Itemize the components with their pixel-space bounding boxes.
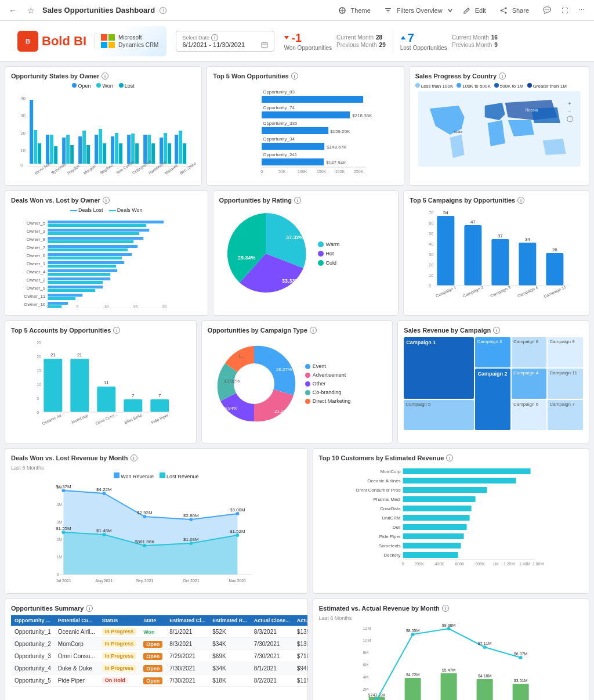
table-row: Opportunity_3 Omni Consu... In Progress … bbox=[11, 650, 308, 662]
deals-revenue-title: Deals Won vs. Lost Revenue by Month i bbox=[11, 454, 302, 461]
deals-won-lost-chart: Owner_5 Owner_3 Owner_8 Owner_7 Owner_6 … bbox=[11, 215, 202, 308]
deals-revenue-info[interactable]: i bbox=[131, 454, 137, 461]
svg-text:54: 54 bbox=[443, 210, 448, 215]
svg-text:47: 47 bbox=[470, 219, 476, 225]
customer-name: Oceanic Airli... bbox=[55, 626, 99, 638]
svg-rect-112 bbox=[48, 294, 82, 297]
svg-text:100K: 100K bbox=[298, 169, 307, 174]
top5-campaigns-info[interactable]: i bbox=[517, 197, 524, 204]
svg-rect-146 bbox=[492, 239, 509, 286]
est-vs-actual-info[interactable]: i bbox=[442, 605, 449, 612]
svg-rect-13 bbox=[101, 42, 107, 48]
top5-accounts-info[interactable]: i bbox=[113, 327, 120, 334]
svg-text:10: 10 bbox=[104, 305, 108, 308]
col-customer: Potential Cu... bbox=[55, 615, 99, 626]
state-badge: Open bbox=[143, 653, 162, 660]
status-badge: On Hold bbox=[102, 677, 128, 684]
svg-rect-37 bbox=[99, 129, 102, 164]
svg-text:37.32%: 37.32% bbox=[286, 234, 304, 240]
svg-text:20: 20 bbox=[162, 305, 166, 308]
svg-text:0: 0 bbox=[56, 572, 59, 576]
logo-section: B Bold BI MicrosoftDynamics CRM bbox=[9, 26, 166, 56]
back-button[interactable]: ← bbox=[6, 5, 20, 16]
deals-info[interactable]: i bbox=[103, 197, 110, 204]
svg-point-4 bbox=[505, 7, 506, 9]
edit-btn[interactable]: Edit bbox=[459, 3, 493, 17]
svg-rect-259 bbox=[440, 673, 457, 700]
svg-text:Owner_7: Owner_7 bbox=[27, 245, 46, 250]
svg-point-269 bbox=[519, 656, 522, 659]
won-value: -1 bbox=[284, 31, 332, 45]
svg-text:20: 20 bbox=[37, 355, 41, 359]
comment-btn[interactable]: 💬 bbox=[539, 5, 555, 16]
svg-text:−: − bbox=[567, 108, 571, 114]
col-est-close: Estimated Cl... bbox=[166, 615, 209, 626]
top10-customers-info[interactable]: i bbox=[446, 454, 453, 461]
est-vs-actual-panel: Estimated vs. Actual Revenue by Month i … bbox=[313, 598, 589, 700]
svg-rect-110 bbox=[48, 277, 110, 280]
top5-won-title: Top 5 Won Opportunities i bbox=[213, 73, 397, 80]
opp-rating-info[interactable]: i bbox=[294, 197, 301, 204]
opp-summary-info[interactable]: i bbox=[86, 605, 93, 612]
campaign7-cell: Campaign 7 bbox=[548, 400, 583, 430]
header-area: B Bold BI MicrosoftDynamics CRM Select D… bbox=[0, 21, 594, 62]
svg-text:$9.38M: $9.38M bbox=[442, 623, 456, 627]
svg-text:Campaign 3: Campaign 3 bbox=[490, 285, 512, 298]
sales-revenue-campaign-panel: Sales Revenue by Campaign i Campaign 1 C… bbox=[397, 320, 589, 443]
theme-icon bbox=[339, 7, 346, 14]
svg-text:$1.52M: $1.52M bbox=[230, 529, 245, 534]
svg-line-8 bbox=[502, 10, 505, 12]
status-badge: In Progress bbox=[102, 640, 137, 647]
opp-states-chart: 40 30 20 10 0 bbox=[11, 91, 195, 178]
theme-btn[interactable]: Theme bbox=[335, 3, 378, 17]
state-badge: Won bbox=[143, 629, 154, 635]
share-btn[interactable]: Share bbox=[497, 3, 536, 17]
state-cell: Open bbox=[140, 662, 166, 674]
svg-rect-49 bbox=[164, 133, 167, 164]
lost-value: 7 bbox=[400, 31, 447, 45]
svg-rect-228 bbox=[403, 468, 530, 474]
opp-campaign-type-panel: Opportunities by Campaign Type i bbox=[201, 320, 393, 443]
top5-won-info[interactable]: i bbox=[291, 73, 298, 80]
svg-rect-150 bbox=[546, 253, 564, 286]
opp-campaign-type-info[interactable]: i bbox=[310, 327, 317, 334]
campaign3-cell: Campaign 3 bbox=[475, 337, 510, 367]
opp-name: Opportunity_4 bbox=[11, 662, 55, 674]
svg-rect-1 bbox=[385, 8, 391, 9]
won-prev-month: Previous Month 29 bbox=[336, 42, 386, 48]
sales-progress-info[interactable]: i bbox=[499, 73, 506, 80]
calendar-icon[interactable] bbox=[261, 41, 268, 48]
svg-rect-107 bbox=[48, 253, 132, 256]
svg-rect-32 bbox=[70, 145, 74, 164]
svg-text:11: 11 bbox=[104, 380, 109, 385]
svg-text:1...: 1... bbox=[238, 353, 245, 359]
svg-rect-71 bbox=[262, 127, 328, 134]
deals-won-lost-panel: Deals Won vs. Lost by Owner i Deals Lost… bbox=[5, 190, 208, 316]
share-icon bbox=[500, 7, 507, 14]
col-actual-close: Actual Close... bbox=[251, 615, 294, 626]
svg-text:25: 25 bbox=[37, 341, 41, 345]
title-info-icon[interactable]: i bbox=[160, 7, 166, 14]
svg-text:Deckery: Deckery bbox=[383, 553, 400, 558]
opp-states-info[interactable]: i bbox=[102, 73, 108, 80]
est-rev: $69K bbox=[209, 650, 251, 662]
date-info-icon[interactable]: i bbox=[211, 34, 218, 41]
microsoft-logo-icon bbox=[101, 34, 115, 48]
sales-revenue-info[interactable]: i bbox=[493, 327, 500, 334]
svg-text:$148.67K: $148.67K bbox=[327, 145, 347, 150]
svg-text:26.27%: 26.27% bbox=[276, 367, 292, 372]
filters-btn[interactable]: Filters Overview bbox=[381, 3, 456, 17]
expand-btn[interactable]: ⛶ bbox=[558, 5, 571, 16]
svg-text:Owner_10: Owner_10 bbox=[24, 302, 45, 307]
star-button[interactable]: ☆ bbox=[24, 5, 38, 16]
svg-rect-229 bbox=[403, 478, 516, 483]
date-filter-box[interactable]: Select Date i 6/1/2021 - 11/30/2021 bbox=[176, 31, 274, 52]
svg-rect-2 bbox=[386, 10, 390, 11]
more-btn[interactable]: ⋯ bbox=[575, 5, 588, 16]
svg-text:Opportunity_241: Opportunity_241 bbox=[263, 152, 298, 157]
state-badge: Open bbox=[143, 641, 162, 648]
svg-text:$8.55M: $8.55M bbox=[406, 629, 420, 633]
svg-rect-118 bbox=[48, 257, 122, 259]
svg-text:Omni Consumer Prod: Omni Consumer Prod bbox=[356, 488, 400, 493]
svg-rect-35 bbox=[86, 145, 90, 164]
